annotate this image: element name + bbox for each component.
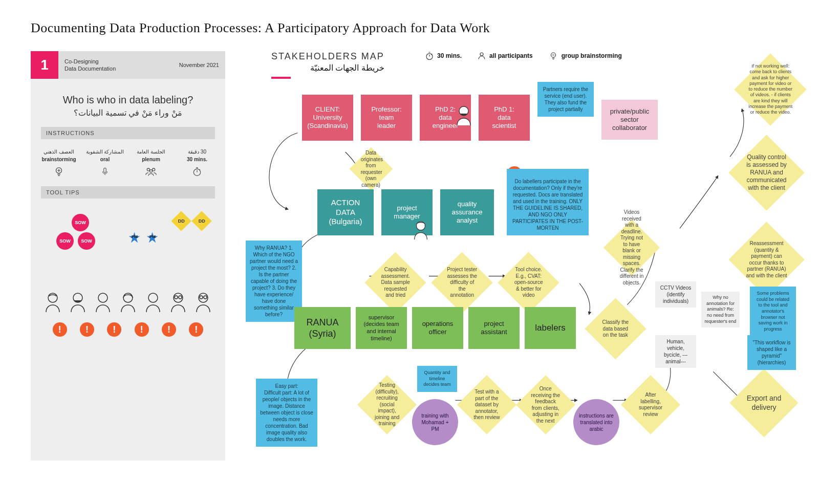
card-phd1: PhD 1: data scientist [479,95,530,141]
map-title: STAKEHOLDERS MAP [271,51,384,62]
page-title: Documenting Data Production Processes: A… [31,20,788,36]
card-professor: Professor: team leader [361,95,412,141]
gbox-human: Human, vehicle, bycicle, --- animal--- [655,335,696,368]
purple-instructions: instructions are translated into arabic [573,399,619,445]
tooltips-bar: TOOL TIPS [41,186,215,199]
alert-icon: ! [53,322,67,337]
tooltips-area: SOW SOW SOW DD DD ★PM ★PM ! [31,204,225,337]
diamond-tool: Tool choice. E.g., CVAT: open-source & b… [498,252,559,313]
question-en: Who is who in data labeling? [41,94,215,106]
pm-star: ★PM [146,229,159,246]
diamond-origin: Data originates from requester (own came… [350,147,393,191]
card-labelers: labelers [525,307,576,349]
note-problems: Some problems could be related to the to… [750,287,796,337]
modes-row: العصف الذهني brainstorming المشاركة الشف… [36,148,220,177]
alert-icon: ! [135,322,149,337]
legend-participants: all participants [477,51,533,60]
diamond-videos: Videos received with a deadline. Trying … [604,220,660,276]
mode-time: 30 دقيقة 30 mins. [177,148,218,177]
gbox-noanimals: Why no annotation for animals? Re: no ne… [701,292,740,327]
sow-token: SOW [78,232,95,250]
svg-point-15 [200,296,203,299]
avatar-icon [195,292,212,312]
note-why-ranua: Why RANUA? 1. Which of the NGO partner w… [246,240,302,322]
stopwatch-icon [425,51,434,60]
alert-icon: ! [107,322,121,337]
left-header: 1 Co-Designing Data Documentation Novemb… [31,51,225,79]
note-easy-difficult: Easy part: Difficult part: A lot of peop… [256,379,317,447]
diamond-tester: Project tester assesses the difficulty o… [431,252,492,313]
svg-point-4 [149,170,152,172]
map-legend: 30 mins. all participants group brainsto… [425,51,622,60]
mode-plenum: الجلسة العامة plenum [131,148,171,177]
mode-brainstorming: العصف الذهني brainstorming [38,148,79,177]
avatar-icon [169,292,187,312]
brainstorm-icon [548,51,558,60]
map-canvas: STAKEHOLDERS MAP خريطة الجهات المعنيّة 3… [235,51,809,496]
question-block: Who is who in data labeling? مَنْ وراء م… [41,94,215,118]
note-partners: Partners require the service (end user).… [537,82,594,117]
svg-rect-1 [104,168,106,172]
diamond-after: After labelling, supervisor review [621,375,680,434]
avatar-icon [412,220,429,239]
diamond-testing: Testing (difficulty), recruiting (social… [357,375,417,434]
card-project-assistant: project assistant [468,307,520,349]
diamond-qc-ranua: Quality control is assessed by RANUA and… [728,135,804,210]
title-underline [271,77,291,79]
svg-point-2 [147,168,149,171]
legend-time: 30 mins. [425,51,462,60]
avatar-icon [44,292,61,312]
stopwatch-icon [177,166,218,177]
question-ar: مَنْ وراء مَنْ في تسمية البيانات؟ [41,108,215,118]
avatar-icon [119,292,137,312]
instructions-bar: INSTRUCTIONS [41,127,215,139]
legend-mode: group brainstorming [548,51,622,60]
svg-point-8 [98,293,107,302]
pm-star: ★PM [128,229,141,246]
sow-token: SOW [56,232,74,250]
brainstorm-icon [38,166,79,177]
left-panel: 1 Co-Designing Data Documentation Novemb… [31,51,225,461]
gbox-cctv: CCTV Videos (identify individuals) [655,281,696,308]
avatar-icon [144,292,162,312]
note-quantity: Quantity and timeline decides team [417,366,457,392]
svg-point-3 [153,168,155,171]
diamond-feedback: Once receiving the feedback from clients… [516,375,575,434]
subtitle-line1: Co-Designing [64,58,167,65]
stage: 1 Co-Designing Data Documentation Novemb… [31,51,788,496]
card-ranua: RANUA (Syria) [294,307,351,349]
avatar-icon [94,292,112,312]
card-date: November 2021 [173,51,225,79]
dd-token: DD [191,211,212,231]
card-operations: operations officer [412,307,463,349]
note-pyramid: "This workflow is shaped like a pyramid"… [747,335,796,370]
map-title-ar: خريطة الجهات المعنيّة [271,63,384,73]
card-qa: quality assurance analyst [440,189,494,235]
alert-icon: ! [80,322,94,337]
diamond-export: Export and delivery [729,368,798,437]
alert-icon: ! [189,322,203,337]
diamond-testpart: Test with a part of the dataset by annot… [457,375,516,434]
group-icon [131,166,171,177]
mic-icon [84,166,125,177]
note-doc-participation: Do labellers participate in the document… [507,169,589,235]
purple-training: training with Mohamad + PM [412,399,458,445]
avatar-icon [69,292,87,312]
diamond-classify: Classify the data based on the task [585,298,646,359]
svg-point-18 [480,53,483,56]
card-number: 1 [31,51,58,79]
avatar-row [31,292,225,312]
diamond-notworking: If not working well: come back to client… [734,53,806,125]
avatar-icon [455,105,473,125]
map-header: STAKEHOLDERS MAP خريطة الجهات المعنيّة [271,51,384,79]
card-supervisor: supervisor (decides team and internal ti… [356,307,407,349]
alert-icon: ! [162,322,176,337]
svg-point-10 [148,293,158,302]
svg-point-16 [204,296,207,299]
card-client: CLIENT: University (Scandinavia) [302,95,353,141]
subtitle-line2: Data Documentation [64,65,167,72]
alert-row: ! ! ! ! ! ! [31,322,225,337]
card-action-data: ACTION DATA (Bulgaria) [317,189,374,235]
mode-oral: المشاركة الشفوية oral [84,148,125,177]
card-subtitle: Co-Designing Data Documentation [58,51,173,79]
